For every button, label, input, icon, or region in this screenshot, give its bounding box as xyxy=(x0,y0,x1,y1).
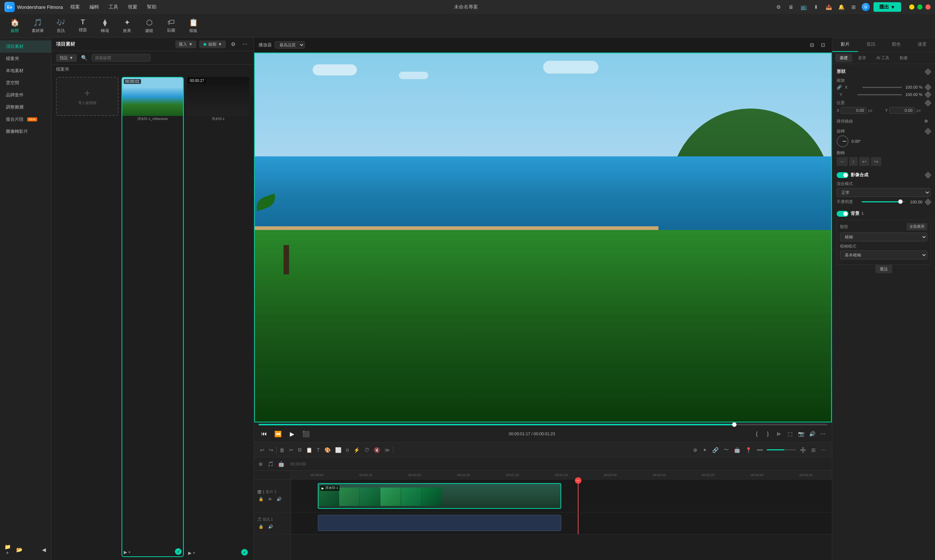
paste-button[interactable]: 📋 xyxy=(304,446,314,454)
scale-x-keyframe[interactable] xyxy=(924,83,932,91)
flip-h-btn[interactable]: ↔ xyxy=(837,157,848,166)
mark-in-icon[interactable]: { xyxy=(752,429,761,438)
snapshot-icon[interactable]: 📷 xyxy=(796,429,805,438)
pip-icon[interactable]: ⬚ xyxy=(785,429,794,438)
menu-tools[interactable]: 工具 xyxy=(107,3,120,11)
bg-type-select[interactable]: 模糊 xyxy=(840,232,927,242)
more-options-icon[interactable]: ⋯ xyxy=(241,40,249,49)
preview-icon[interactable]: ▶ xyxy=(124,550,127,555)
speed-tool[interactable]: ⏱ xyxy=(363,446,371,454)
folder-icon[interactable]: 📂 xyxy=(15,545,23,554)
toolbar-template[interactable]: 📋 模板 xyxy=(183,17,204,35)
tab-audio[interactable]: 音訊 xyxy=(858,37,884,52)
screen-icon[interactable]: 🖥 xyxy=(787,3,795,11)
shape-keyframe-btn[interactable] xyxy=(924,68,932,75)
zoom-in-icon[interactable]: ➕ xyxy=(798,446,808,454)
monitor-icon[interactable]: 📺 xyxy=(799,3,808,11)
lock-track-icon[interactable]: 🔒 xyxy=(257,496,265,502)
rotation-circle[interactable] xyxy=(837,135,849,147)
blend-toggle[interactable] xyxy=(837,172,849,178)
zoom-slider[interactable] xyxy=(767,449,796,450)
preset-button[interactable]: 預設 ▼ xyxy=(56,54,77,62)
sidebar-item-composite[interactable]: 復合片段 NEW xyxy=(0,113,51,125)
quality-select[interactable]: 最高品質 xyxy=(275,41,305,49)
pos-x-input[interactable] xyxy=(841,107,867,114)
sidebar-item-cloud[interactable]: 雲空間 xyxy=(0,77,51,89)
compare-icon[interactable]: ⊟ xyxy=(808,40,816,49)
text-tool[interactable]: T xyxy=(315,446,321,454)
sidebar-item-img2video[interactable]: 圖像轉影片 xyxy=(0,125,51,138)
maximize-button[interactable] xyxy=(917,5,923,9)
more-tools-icon[interactable]: ≫ xyxy=(383,446,392,454)
pos-y-input[interactable] xyxy=(889,107,915,114)
share-icon[interactable]: 📤 xyxy=(824,3,833,11)
zoom-out-icon[interactable]: ➖ xyxy=(755,446,764,454)
audio-wave-icon[interactable]: 〜 xyxy=(722,446,730,454)
flip-v-btn[interactable]: ↕ xyxy=(849,157,858,166)
bg-toggle[interactable] xyxy=(837,211,849,217)
search-icon[interactable]: 🔍 xyxy=(80,53,89,62)
ai-timeline-icon[interactable]: 🤖 xyxy=(276,460,286,468)
reset-button[interactable]: 重設 xyxy=(875,265,892,273)
audio-tool[interactable]: 🔇 xyxy=(372,446,381,454)
position-keyframe[interactable] xyxy=(924,99,932,107)
path-settings-icon[interactable]: ⚙ xyxy=(922,117,930,125)
menu-window[interactable]: 視窗 xyxy=(126,3,139,11)
import-media-item[interactable]: + 導入媒體檔 xyxy=(56,77,119,116)
toolbar-transition[interactable]: ⧫ 轉場 xyxy=(95,17,115,35)
export-clip-icon[interactable]: ⊳ xyxy=(775,429,783,438)
subtab-animation[interactable]: 動畫 xyxy=(895,54,912,62)
subtab-basic[interactable]: 基礎 xyxy=(835,54,852,62)
audio-track-icon[interactable]: 🔊 xyxy=(275,496,283,502)
add-folder-icon[interactable]: 📁+ xyxy=(3,545,12,554)
export-button[interactable]: 匯出 ▼ xyxy=(873,2,901,12)
close-button[interactable] xyxy=(926,5,930,9)
frame-back-button[interactable]: ⏪ xyxy=(273,428,284,439)
settings-timeline-icon[interactable]: ⋯ xyxy=(819,446,827,454)
add-to-timeline-icon[interactable]: + xyxy=(128,550,131,555)
redo-button[interactable]: ↪ xyxy=(267,446,275,454)
tab-speed[interactable]: 速度 xyxy=(909,37,935,52)
menu-help[interactable]: 幫助 xyxy=(145,3,158,11)
minimize-button[interactable] xyxy=(909,5,914,9)
scale-y-keyframe[interactable] xyxy=(924,91,932,98)
color-tool[interactable]: 🎨 xyxy=(323,446,332,454)
eye-track-icon[interactable]: 👁 xyxy=(267,496,274,502)
audio-icon-preview[interactable]: 🔊 xyxy=(808,429,816,438)
filter-media-icon[interactable]: ⚙ xyxy=(229,40,238,49)
flip-tr-btn[interactable]: ↪ xyxy=(871,157,881,166)
grid-icon[interactable]: ⊞ xyxy=(849,3,858,11)
opacity-keyframe[interactable] xyxy=(924,198,932,206)
progress-track[interactable] xyxy=(259,424,827,425)
import-button[interactable]: 匯入 ▼ xyxy=(175,40,196,48)
mask-tool[interactable]: ⧈ xyxy=(344,446,350,454)
stop-button[interactable]: ⬛ xyxy=(301,428,312,439)
play-button[interactable]: ▶ xyxy=(287,428,298,439)
marker-icon[interactable]: 📍 xyxy=(744,446,753,454)
bg-apply-btn[interactable]: 全面應用 xyxy=(907,223,927,230)
step-back-button[interactable]: ⏮ xyxy=(259,428,270,439)
search-input[interactable] xyxy=(92,54,151,62)
sidebar-item-brand[interactable]: 品牌套件 xyxy=(0,89,51,101)
flip-tl-btn[interactable]: ↩ xyxy=(859,157,869,166)
video-clip[interactable]: ▶ 浮水印-1 xyxy=(318,483,561,509)
bell-icon[interactable]: 🔔 xyxy=(837,3,846,11)
mark-out-icon[interactable]: } xyxy=(764,429,772,438)
add-icon-2[interactable]: + xyxy=(193,551,195,555)
media-item-1[interactable]: 00:00:01 ✓ ▶ + 浮水印-1_AIRemove xyxy=(122,77,184,557)
toolbar-effects[interactable]: ✦ 效果 xyxy=(117,17,137,35)
sidebar-item-adjust[interactable]: 調整圖層 xyxy=(0,101,51,113)
effect-tool[interactable]: ⚡ xyxy=(352,446,361,454)
toolbar-title[interactable]: T 標題 xyxy=(73,17,93,34)
link-icon[interactable]: 🔗 xyxy=(711,446,720,454)
blur-type-select[interactable]: 基本模糊 xyxy=(840,251,927,259)
blend-keyframe[interactable] xyxy=(924,171,932,179)
magnet-icon[interactable]: ✦ xyxy=(701,446,708,454)
collapse-sidebar-icon[interactable]: ◀ xyxy=(39,545,48,554)
cut-button[interactable]: ✂ xyxy=(288,446,295,454)
audio-clip[interactable] xyxy=(318,515,561,531)
toolbar-media[interactable]: 🏠 媒體 xyxy=(5,17,25,35)
media-item-2[interactable]: 00:00:27 ✓ ▶ + 浮水印-1 xyxy=(187,77,249,557)
fullscreen-icon[interactable]: ⊡ xyxy=(819,40,827,49)
preview-icon-2[interactable]: ▶ xyxy=(188,551,191,555)
